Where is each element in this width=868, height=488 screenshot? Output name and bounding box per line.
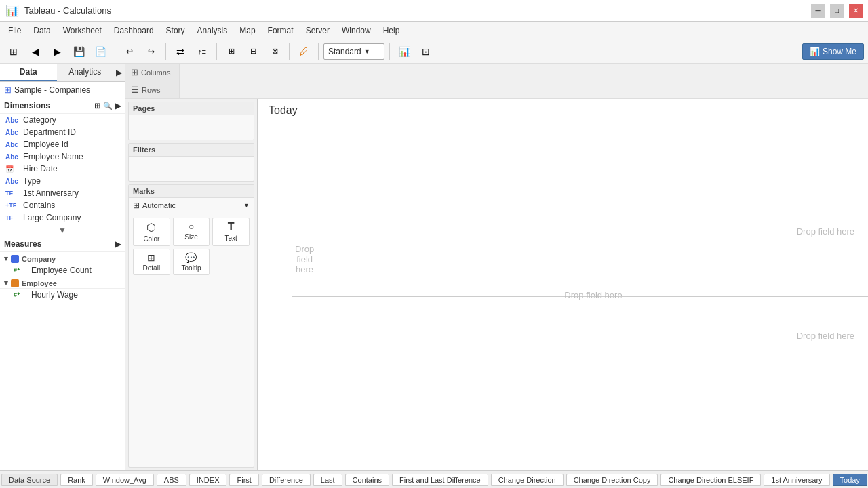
swap-rows-cols-button[interactable]: ⇄ (171, 42, 190, 61)
measure-hourly-wage[interactable]: #⁺ Hourly Wage (0, 289, 125, 301)
expand-employee-icon[interactable]: ▾ (4, 279, 8, 287)
detail-mark-button[interactable]: ⊞ Detail (133, 249, 170, 275)
dashboard-button[interactable]: ⊡ (416, 42, 435, 61)
add-data-source-button[interactable]: ▶ (113, 64, 125, 81)
menu-item-help[interactable]: Help (378, 24, 406, 37)
marks-type-dropdown[interactable]: ⊞ Automatic ▼ (129, 198, 254, 214)
close-button[interactable]: ✕ (849, 4, 863, 18)
field-list: Abc Category Abc Department ID Abc Emplo… (0, 114, 125, 304)
fit-height-button[interactable]: ⊠ (265, 42, 284, 61)
dimension-department-id[interactable]: Abc Department ID (0, 126, 125, 138)
dimension-large-company[interactable]: TF Large Company (0, 211, 125, 224)
pages-body[interactable] (129, 115, 254, 140)
app-icon: 📊 (5, 4, 19, 17)
menu-item-worksheet[interactable]: Worksheet (58, 24, 107, 37)
dimension-employee-name[interactable]: Abc Employee Name (0, 150, 125, 163)
sheet-tab-change-direction-copy[interactable]: Change Direction Copy (566, 474, 658, 486)
data-source-item[interactable]: ⊞ Sample - Companies (0, 82, 125, 98)
expand-icon[interactable]: ▶ (115, 102, 121, 110)
marks-title: Marks (129, 185, 254, 198)
menu-item-dashboard[interactable]: Dashboard (108, 24, 159, 37)
filters-body[interactable] (129, 157, 254, 181)
dimensions-label: Dimensions (4, 101, 50, 110)
viz-title: Today (258, 99, 868, 122)
dimension-type[interactable]: Abc Type (0, 175, 125, 187)
marks-type-label: Automatic (142, 201, 241, 209)
viz-area[interactable]: Drop field here Drop field here Drop fie… (258, 122, 868, 470)
menu-item-data[interactable]: Data (28, 24, 56, 37)
sheet-tab-index[interactable]: INDEX (189, 474, 227, 486)
dimension-category[interactable]: Abc Category (0, 114, 125, 126)
tooltip-mark-button[interactable]: 💬 Tooltip (173, 249, 210, 275)
sheet-tab-change-direction-elseif[interactable]: Change Direction ELSEIF (660, 474, 761, 486)
dimensions-header: Dimensions ⊞ 🔍 ▶ (0, 98, 125, 114)
sheet-tab-last[interactable]: Last (313, 474, 342, 486)
menu-item-map[interactable]: Map (234, 24, 260, 37)
redo-button[interactable]: ↪ (142, 42, 161, 61)
save-button[interactable]: 💾 (69, 42, 88, 61)
sheet-tab-today[interactable]: Today (833, 474, 867, 486)
tooltip-label: Tooltip (182, 264, 201, 272)
drop-field-top: Drop field here (564, 290, 622, 300)
col-row-area: ⊞ Columns ☰ Rows (125, 64, 868, 99)
tab-data[interactable]: Data (0, 64, 57, 81)
minimize-button[interactable]: ─ (811, 4, 825, 18)
sheet-tab-abs[interactable]: ABS (157, 474, 186, 486)
marks-buttons-grid: ⬡ Color ○ Size T Text ⊞ (129, 214, 254, 279)
menu-item-file[interactable]: File (3, 24, 26, 37)
fit-button[interactable]: ⊞ (222, 42, 241, 61)
back-button[interactable]: ◀ (26, 42, 45, 61)
sheet-tab-rank[interactable]: Rank (60, 474, 93, 486)
new-datasource-button[interactable]: ⊞ (4, 42, 23, 61)
toolbar-separator-6 (389, 43, 390, 60)
field-type-icon: Abc (5, 153, 20, 161)
chart-type-button[interactable]: 📊 (395, 42, 414, 61)
sheet-tab-window_avg[interactable]: Window_Avg (96, 474, 154, 486)
standard-dropdown[interactable]: Standard ▼ (323, 43, 384, 60)
menu-item-story[interactable]: Story (161, 24, 191, 37)
fit-width-button[interactable]: ⊟ (243, 42, 262, 61)
sort-asc-button[interactable]: ↑≡ (193, 42, 212, 61)
text-mark-button[interactable]: T Text (212, 218, 250, 246)
undo-button[interactable]: ↩ (120, 42, 139, 61)
expand-company-icon[interactable]: ▾ (4, 254, 8, 263)
highlight-button[interactable]: 🖊 (294, 42, 313, 61)
show-me-label: Show Me (823, 47, 856, 56)
sheet-tab-first-and-last-difference[interactable]: First and Last Difference (392, 474, 488, 486)
sheet-tab-change-direction[interactable]: Change Direction (491, 474, 564, 486)
bottom-tab-bar: Data SourceRankWindow_AvgABSINDEXFirstDi… (0, 470, 868, 488)
menu-item-format[interactable]: Format (262, 24, 299, 37)
color-label: Color (143, 235, 159, 243)
scroll-down-arrow[interactable]: ▼ (0, 224, 125, 237)
field-type-icon: 📅 (5, 165, 20, 173)
sheet-tab-contains[interactable]: Contains (345, 474, 389, 486)
dimension-1st-anniversary[interactable]: TF 1st Anniversary (0, 187, 125, 199)
show-me-button[interactable]: 📊 Show Me (802, 43, 864, 60)
dimension-employee-id[interactable]: Abc Employee Id (0, 138, 125, 150)
tab-analytics[interactable]: Analytics (57, 64, 114, 81)
new-worksheet-button[interactable]: 📄 (91, 42, 110, 61)
forward-button[interactable]: ▶ (47, 42, 66, 61)
sheet-tab-difference[interactable]: Difference (262, 474, 311, 486)
field-type-icon: #⁺ (14, 291, 28, 298)
search-icon[interactable]: 🔍 (103, 102, 113, 110)
sheet-tab-first[interactable]: First (229, 474, 258, 486)
toolbar-separator-5 (318, 43, 319, 60)
menu-item-server[interactable]: Server (300, 24, 335, 37)
menu-bar: FileDataWorksheetDashboardStoryAnalysisM… (0, 22, 868, 39)
measure-absolute[interactable]: # Absolute (0, 301, 125, 304)
menu-item-window[interactable]: Window (336, 24, 376, 37)
dimension-hire-date[interactable]: 📅 Hire Date (0, 163, 125, 175)
maximize-button[interactable]: □ (830, 4, 844, 18)
measures-expand-icon[interactable]: ▶ (115, 240, 121, 249)
measure-employee-count[interactable]: #⁺ Employee Count (0, 264, 125, 277)
sheet-tab-1st-anniversary[interactable]: 1st Anniversary (764, 474, 829, 486)
menu-item-analysis[interactable]: Analysis (192, 24, 233, 37)
color-mark-button[interactable]: ⬡ Color (133, 218, 170, 246)
marks-shelf: Marks ⊞ Automatic ▼ ⬡ Color ○ Size (128, 184, 254, 468)
left-panel: Data Analytics ▶ ⊞ Sample - Companies Di… (0, 64, 125, 470)
dimension-contains[interactable]: +TF Contains (0, 199, 125, 211)
size-mark-button[interactable]: ○ Size (173, 218, 210, 246)
tab-data-source[interactable]: Data Source (1, 474, 58, 486)
grid-view-icon[interactable]: ⊞ (94, 102, 100, 110)
